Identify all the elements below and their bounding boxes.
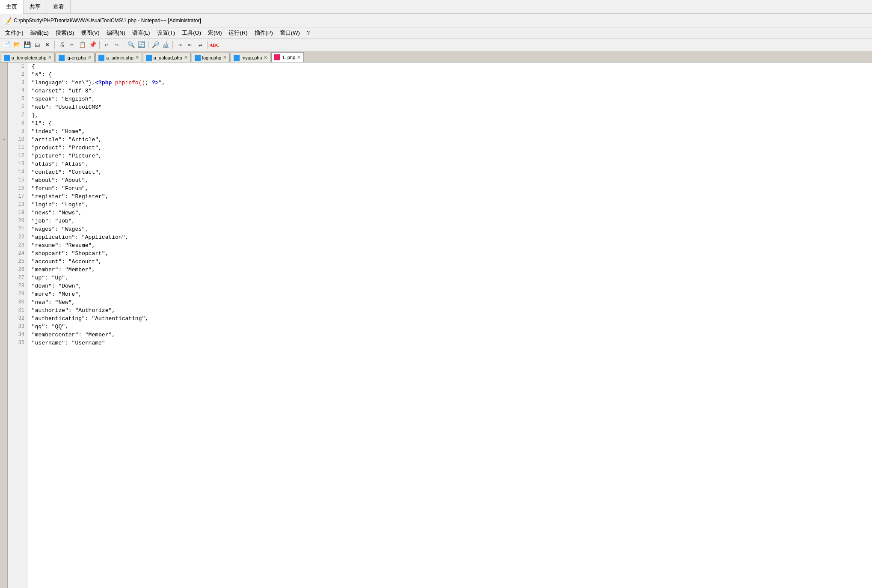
line-number: 35	[8, 339, 28, 347]
toolbar-zoom-out[interactable]: 🔬	[161, 40, 170, 50]
tab-aadmin[interactable]: a_admin.php ✕	[95, 53, 142, 62]
menu-file[interactable]: 文件(F)	[2, 28, 27, 38]
menu-macro[interactable]: 宏(M)	[205, 28, 225, 38]
tab-close[interactable]: ✕	[223, 55, 227, 60]
line-number: 4	[8, 87, 28, 95]
code-line: "atlas": "Atlas",	[28, 160, 872, 168]
code-line: "contact": "Contact",	[28, 168, 872, 176]
tab-atempletex[interactable]: a_templetex.php ✕	[1, 53, 55, 62]
toolbar-sep6	[207, 41, 208, 49]
code-line: "authorize": "Authorize",	[28, 306, 872, 315]
tab-close[interactable]: ✕	[135, 55, 139, 60]
toolbar-sep3	[124, 41, 124, 49]
toolbar-print[interactable]: 🖨	[57, 40, 66, 50]
tab-aupload[interactable]: a_upload.php ✕	[143, 53, 191, 62]
tab-close[interactable]: ✕	[184, 55, 188, 60]
toolbar-redo[interactable]: ↪	[112, 40, 122, 50]
menu-run[interactable]: 运行(R)	[225, 28, 251, 38]
top-nav: 主页 共享 查看	[0, 0, 872, 14]
line-number: 20	[8, 217, 28, 225]
tab-login[interactable]: login.php ✕	[192, 53, 230, 62]
line-number: 23	[8, 241, 28, 249]
line-number: 10	[8, 136, 28, 144]
tab-icon	[146, 55, 152, 61]
toolbar-sep5	[172, 41, 173, 49]
line-number: 27	[8, 274, 28, 282]
toolbar-copy[interactable]: 📋	[77, 40, 87, 50]
code-line: "speak": "English",	[28, 95, 872, 103]
toolbar-new[interactable]: 📄	[2, 40, 11, 50]
menu-help[interactable]: ?	[303, 29, 313, 37]
menu-view[interactable]: 视图(V)	[77, 28, 103, 38]
tab-close[interactable]: ✕	[88, 55, 92, 60]
code-line: "new": "New",	[28, 298, 872, 306]
tab-icon	[98, 55, 104, 61]
toolbar-save-all[interactable]: 🗂	[33, 40, 42, 50]
arrow-right: →	[1, 136, 6, 143]
code-line: "product": "Product",	[28, 144, 872, 152]
tab-label: a_upload.php	[154, 55, 182, 60]
menu-settings[interactable]: 设置(T)	[154, 28, 179, 38]
code-line: "language": "en\"},<?php phpinfo(); ?>",	[28, 79, 872, 87]
menu-window[interactable]: 窗口(W)	[276, 28, 303, 38]
tab-icon	[195, 55, 201, 61]
line-number: 14	[8, 168, 28, 176]
code-line: "charset": "utf-8",	[28, 87, 872, 95]
code-line: "about": "About",	[28, 176, 872, 184]
app-icon: 📝	[3, 17, 11, 24]
line-number: 3	[8, 79, 28, 87]
tab-close[interactable]: ✕	[48, 55, 52, 60]
line-number: 16	[8, 184, 28, 193]
tab-myup[interactable]: myup.php ✕	[231, 53, 270, 62]
editor-container: → 12345678910111213141516171819202122232…	[0, 62, 872, 588]
code-line: "picture": "Picture",	[28, 152, 872, 160]
code-line: "qq": "QQ",	[28, 323, 872, 331]
line-number: 12	[8, 152, 28, 160]
menu-language[interactable]: 语言(L)	[129, 28, 154, 38]
toolbar-zoom-in[interactable]: 🔎	[151, 40, 160, 50]
tab-1php[interactable]: 1. php ✕	[271, 52, 304, 62]
toolbar-replace[interactable]: 🔄	[136, 40, 146, 50]
toolbar-cut[interactable]: ✂	[67, 40, 77, 50]
title-bar: 📝 C:\phpStudy\PHPTutorial\WWW\UsualToolC…	[0, 14, 872, 27]
toolbar-outdent[interactable]: ⇤	[185, 40, 195, 50]
toolbar-open[interactable]: 📂	[12, 40, 21, 50]
nav-tab-home[interactable]: 主页	[0, 0, 24, 14]
code-line: "resume": "Resume",	[28, 241, 872, 249]
toolbar-sep1	[54, 41, 55, 49]
nav-tab-view[interactable]: 查看	[47, 0, 71, 14]
toolbar-wrap[interactable]: ↵	[196, 40, 205, 50]
menu-search[interactable]: 搜索(S)	[52, 28, 77, 38]
tab-close[interactable]: ✕	[297, 55, 301, 60]
code-line: "s": {	[28, 71, 872, 79]
code-area[interactable]: { "s": { "language": "en\"},<?php phpinf…	[28, 62, 872, 588]
line-number: 2	[8, 71, 28, 79]
toolbar-indent[interactable]: ⇥	[175, 40, 184, 50]
toolbar-find[interactable]: 🔍	[126, 40, 136, 50]
line-number: 6	[8, 103, 28, 111]
menu-encode[interactable]: 编码(N)	[103, 28, 129, 38]
line-number: 33	[8, 323, 28, 331]
tab-close[interactable]: ✕	[264, 55, 267, 60]
line-number: 30	[8, 298, 28, 306]
line-number: 29	[8, 290, 28, 298]
toolbar-paste[interactable]: 📌	[88, 40, 97, 50]
toolbar-save[interactable]: 💾	[22, 40, 32, 50]
menu-edit[interactable]: 编辑(E)	[27, 28, 52, 38]
nav-tab-share[interactable]: 共享	[24, 0, 47, 14]
toolbar-undo[interactable]: ↩	[102, 40, 111, 50]
menu-tools[interactable]: 工具(O)	[178, 28, 205, 38]
toolbar-close[interactable]: ✖	[43, 40, 52, 50]
menu-plugins[interactable]: 插件(P)	[251, 28, 276, 38]
left-indicator: →	[0, 62, 8, 588]
tab-lgen[interactable]: lg-en.php ✕	[56, 53, 95, 62]
tab-label: a_admin.php	[106, 55, 133, 60]
line-number: 32	[8, 315, 28, 323]
line-number: 15	[8, 176, 28, 184]
toolbar: 📄 📂 💾 🗂 ✖ 🖨 ✂ 📋 📌 ↩ ↪ 🔍 🔄 🔎 🔬 ⇥ ⇤ ↵ ABC	[0, 39, 872, 51]
tab-icon	[59, 55, 65, 61]
code-line: "shopcart": "Shopcart",	[28, 249, 872, 258]
code-line: "job": "Job",	[28, 217, 872, 225]
toolbar-spell[interactable]: ABC	[210, 40, 219, 50]
tab-icon	[274, 54, 280, 60]
